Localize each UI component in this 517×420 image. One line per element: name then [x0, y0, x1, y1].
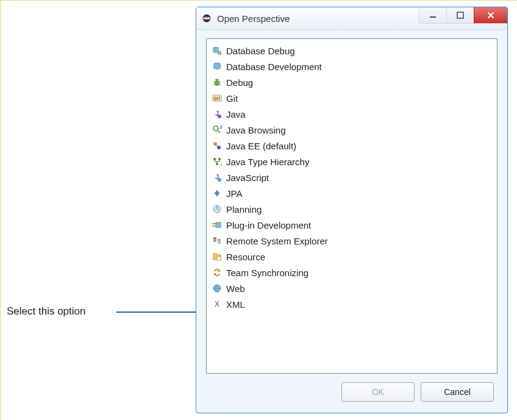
- list-item-label: XML: [226, 299, 245, 310]
- svg-text:J: J: [219, 125, 222, 130]
- list-item-xml[interactable]: XXML: [209, 296, 494, 312]
- list-item-label: Java: [226, 109, 246, 119]
- svg-rect-31: [214, 238, 216, 238]
- svg-point-18: [217, 146, 221, 149]
- database-debug-icon: [212, 45, 223, 56]
- svg-rect-4: [457, 12, 463, 18]
- list-item-label: Planning: [226, 204, 262, 215]
- java-browsing-icon: J: [212, 124, 223, 135]
- list-item-label: Team Synchronizing: [226, 268, 308, 278]
- list-item-debug[interactable]: Debug: [209, 74, 494, 90]
- svg-rect-33: [217, 257, 221, 260]
- svg-text:GIT: GIT: [213, 96, 221, 101]
- bug-icon: [212, 77, 223, 88]
- list-item-planning[interactable]: Planning: [209, 201, 494, 217]
- java-icon: J: [212, 109, 223, 119]
- list-item-resource[interactable]: Resource: [209, 249, 494, 265]
- list-item-label: Java Browsing: [226, 125, 286, 135]
- svg-rect-26: [216, 222, 221, 227]
- list-item-label: Remote System Explorer: [226, 236, 328, 246]
- svg-point-21: [216, 163, 218, 165]
- ok-button[interactable]: OK: [341, 382, 415, 402]
- cancel-button[interactable]: Cancel: [421, 382, 494, 402]
- svg-rect-2: [204, 18, 210, 19]
- list-item-database-development[interactable]: Database Development: [209, 59, 494, 74]
- list-item-java-browsing[interactable]: JJava Browsing: [209, 122, 494, 138]
- svg-rect-28: [212, 226, 213, 227]
- java-ee-icon: [212, 140, 223, 151]
- svg-point-19: [213, 158, 216, 160]
- list-item-label: JPA: [226, 188, 242, 199]
- list-item-label: Java Type Hierarchy: [226, 157, 309, 167]
- list-item-git[interactable]: GITGit: [209, 90, 494, 106]
- git-icon: GIT: [212, 93, 223, 104]
- svg-rect-32: [218, 240, 220, 240]
- svg-point-17: [213, 142, 217, 146]
- list-item-javascript[interactable]: JJavaScript: [209, 169, 494, 185]
- svg-text:J: J: [221, 162, 222, 166]
- web-icon: [212, 283, 223, 294]
- svg-point-10: [216, 79, 218, 81]
- remote-icon: [212, 235, 223, 246]
- list-item-label: Database Debug: [226, 46, 295, 56]
- list-item-database-debug[interactable]: Database Debug: [209, 43, 494, 59]
- svg-point-24: [218, 178, 221, 182]
- list-item-label: Java EE (default): [226, 141, 296, 151]
- list-item-remote-system-explorer[interactable]: Remote System Explorer: [209, 233, 494, 249]
- minimize-button[interactable]: [419, 7, 446, 24]
- list-item-java[interactable]: JJava: [209, 106, 494, 122]
- database-icon: [212, 61, 223, 72]
- eclipse-icon: [201, 13, 212, 24]
- list-item-label: Web: [226, 283, 245, 294]
- list-item-jpa[interactable]: JPA: [209, 185, 494, 201]
- svg-rect-3: [430, 16, 436, 18]
- close-icon: [487, 12, 494, 19]
- plugin-icon: [212, 219, 223, 230]
- list-item-java-type-hierarchy[interactable]: JJava Type Hierarchy: [209, 154, 494, 169]
- annotation-label: Select this option: [7, 305, 85, 318]
- svg-text:X: X: [215, 300, 219, 308]
- jpa-icon: [212, 188, 223, 199]
- planning-icon: [212, 204, 223, 215]
- maximize-button[interactable]: [446, 7, 474, 24]
- list-item-java-ee[interactable]: Java EE (default): [209, 138, 494, 154]
- list-item-label: Database Development: [226, 62, 322, 72]
- svg-point-20: [218, 158, 221, 160]
- annotation-arrow: [116, 311, 208, 313]
- java-hierarchy-icon: J: [212, 156, 223, 167]
- maximize-icon: [457, 12, 464, 19]
- list-item-label: Plug-in Development: [226, 220, 311, 230]
- minimize-icon: [429, 12, 437, 19]
- list-item-web[interactable]: Web: [209, 280, 494, 296]
- list-item-label: Debug: [226, 77, 253, 88]
- svg-point-15: [213, 126, 218, 131]
- list-item-plugin-development[interactable]: Plug-in Development: [209, 217, 494, 233]
- list-item-label: Resource: [226, 252, 265, 262]
- close-button[interactable]: [474, 7, 507, 24]
- svg-rect-27: [212, 223, 213, 224]
- team-sync-icon: [212, 267, 223, 278]
- titlebar: Open Perspective: [196, 7, 507, 30]
- list-item-team-sync[interactable]: Team Synchronizing: [209, 265, 494, 280]
- dialog-title: Open Perspective: [217, 13, 419, 24]
- javascript-icon: J: [212, 172, 223, 183]
- perspective-list[interactable]: Database DebugDatabase DevelopmentDebugG…: [206, 38, 497, 374]
- svg-point-14: [218, 115, 221, 118]
- open-perspective-dialog: Open Perspective: [196, 7, 508, 413]
- xml-icon: X: [212, 299, 223, 310]
- resource-icon: [212, 251, 223, 262]
- list-item-label: Git: [226, 93, 238, 104]
- list-item-label: JavaScript: [226, 173, 269, 183]
